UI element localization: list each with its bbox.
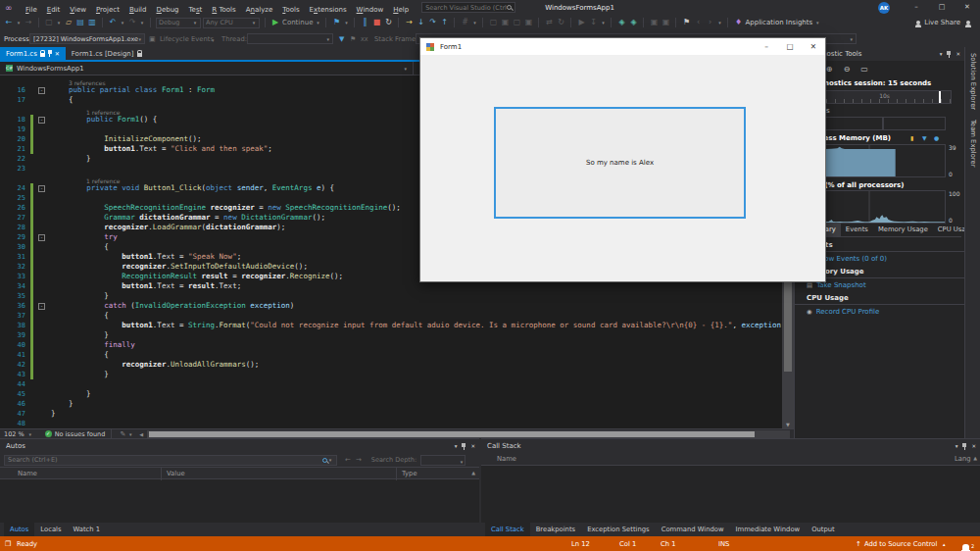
menu-extensions[interactable]: Extensions <box>305 6 352 14</box>
stop-debugging-icon[interactable]: ■ <box>371 16 381 29</box>
callstack-list-body[interactable] <box>481 466 980 523</box>
next-bookmark-icon[interactable]: › <box>705 16 714 29</box>
chevron-down-icon[interactable]: ▾ <box>120 20 125 25</box>
chevron-down-icon[interactable]: ▾ <box>956 443 958 449</box>
scroll-down-icon[interactable]: ▼ <box>782 422 794 427</box>
profiler-icon[interactable]: ◈ <box>628 16 638 29</box>
status-insert-mode[interactable]: INS <box>718 540 729 548</box>
scroll-up-icon[interactable]: ▲ <box>471 470 475 476</box>
run-to-cursor-icon[interactable]: ▶ <box>576 16 586 29</box>
tab-form1-cs[interactable]: Form1.cs✕ <box>0 47 66 60</box>
panel-tab-output[interactable]: Output <box>806 523 841 536</box>
breakpoints-window-icon[interactable]: ▢ <box>488 16 498 29</box>
panel-tab-command-window[interactable]: Command Window <box>656 523 730 536</box>
chevron-down-icon[interactable]: ▾ <box>455 443 458 449</box>
reset-view-icon[interactable]: ▭ <box>859 63 869 76</box>
scroll-up-icon[interactable]: ▲ <box>973 455 977 461</box>
menu-help[interactable]: Help <box>388 6 414 14</box>
new-window-icon[interactable]: ▢ <box>44 16 54 29</box>
feedback-icon[interactable] <box>966 21 970 25</box>
fold-collapse-icon[interactable]: - <box>38 87 45 94</box>
bookmark-icon[interactable]: ⚑ <box>681 16 691 29</box>
minimize-button[interactable]: – <box>904 0 929 15</box>
search-input[interactable] <box>425 4 507 12</box>
zoom-select[interactable]: 102 % ▾ <box>0 430 37 438</box>
output-window-icon[interactable]: ▢ <box>512 16 521 29</box>
form1-titlebar[interactable]: Form1 – □ ✕ <box>420 38 825 55</box>
lifecycle-events-button[interactable]: Lifecycle Events <box>160 35 214 43</box>
maximize-button[interactable]: □ <box>929 0 955 15</box>
continue-label[interactable]: Continue <box>282 19 313 26</box>
process-window-icon[interactable]: ▣ <box>149 35 156 43</box>
chevron-down-icon[interactable]: ▾ <box>16 20 22 25</box>
hex-display-icon[interactable]: # <box>460 16 469 29</box>
chevron-down-icon[interactable]: ▾ <box>471 20 477 25</box>
panel-tab-breakpoints[interactable]: Breakpoints <box>530 523 581 536</box>
watch-search-box[interactable]: ▾ <box>4 455 337 466</box>
memory-window-icon[interactable]: ▣ <box>649 16 659 29</box>
chevron-down-icon[interactable]: ▾ <box>315 20 320 25</box>
open-folder-icon[interactable]: ▱ <box>64 16 74 29</box>
menu-debug[interactable]: Debug <box>152 6 184 14</box>
chevron-down-icon[interactable]: ▾ <box>56 20 62 25</box>
panel-tab-call-stack[interactable]: Call Stack <box>485 523 530 536</box>
timeline-cursor[interactable] <box>939 91 941 103</box>
nav-back-icon[interactable]: ← <box>4 16 14 29</box>
legend-dot-icon[interactable]: ● <box>934 134 939 141</box>
add-to-source-control-button[interactable]: Add to Source Control <box>864 540 937 548</box>
panel-tab-immediate-window[interactable]: Immediate Window <box>730 523 807 536</box>
thread-select[interactable]: ▾ <box>247 33 333 44</box>
fold-collapse-icon[interactable]: - <box>38 234 45 241</box>
step-over-icon[interactable]: ↷ <box>427 16 437 29</box>
process-select[interactable]: [27232] WindowsFormsApp1.exe ▾ <box>29 33 145 44</box>
pin-icon[interactable] <box>962 443 966 450</box>
panel-tab-watch-1[interactable]: Watch 1 <box>68 523 107 536</box>
user-avatar[interactable]: AK <box>878 2 890 14</box>
search-prev-icon[interactable]: ← <box>345 456 351 464</box>
save-all-icon[interactable]: ▥ <box>87 16 97 29</box>
close-button[interactable]: ✕ <box>802 38 825 55</box>
disassembly-window-icon[interactable]: ▣ <box>661 16 670 29</box>
chevron-down-icon[interactable]: ▾ <box>940 51 943 57</box>
chevron-down-icon[interactable]: ▾ <box>343 20 349 25</box>
autos-list-body[interactable] <box>0 479 479 523</box>
continue-icon[interactable]: ▶ <box>270 16 280 29</box>
pin-icon[interactable] <box>462 443 466 450</box>
attach-process-icon[interactable]: ◈ <box>616 16 626 29</box>
step-target-icon[interactable]: ↧ <box>588 16 598 29</box>
side-tab-solution-explorer[interactable]: Solution Explorer <box>969 53 977 110</box>
chevron-up-icon[interactable]: ▴ <box>943 541 946 547</box>
fold-collapse-icon[interactable]: - <box>38 303 45 310</box>
pin-icon[interactable] <box>48 50 52 57</box>
fold-collapse-icon[interactable]: - <box>38 185 45 192</box>
prev-bookmark-icon[interactable]: ‹ <box>693 16 703 29</box>
suspend-threads-icon[interactable]: XX <box>361 36 368 42</box>
column-name[interactable]: Name <box>18 470 37 477</box>
menu-r-tools[interactable]: R Tools <box>207 6 240 14</box>
search-depth-select[interactable]: ▾ <box>420 455 466 466</box>
menu-test[interactable]: Test <box>184 6 208 14</box>
restore-windows-icon[interactable]: ❐ <box>5 540 11 548</box>
diag-tab-memory-usage[interactable]: Memory Usage <box>873 224 933 236</box>
gc-marker-icon[interactable]: ▼ <box>922 134 927 141</box>
nav-forward-icon[interactable]: → <box>24 16 33 29</box>
menu-project[interactable]: Project <box>91 6 124 14</box>
undo-icon[interactable]: ↶ <box>108 16 118 29</box>
chevron-down-icon[interactable]: ▾ <box>139 20 145 25</box>
chevron-down-icon[interactable]: ▾ <box>600 20 606 25</box>
close-icon[interactable]: ✕ <box>956 51 960 57</box>
panel-tab-locals[interactable]: Locals <box>34 523 67 536</box>
save-icon[interactable]: ▤ <box>75 16 85 29</box>
exception-settings-icon[interactable]: ▣ <box>500 16 510 29</box>
search-next-icon[interactable]: → <box>356 456 362 464</box>
column-type[interactable]: Type <box>402 470 417 477</box>
callstack-titlebar[interactable]: Call Stack ▾ ✕ <box>481 439 980 453</box>
pin-icon[interactable] <box>947 51 951 58</box>
navigate-history-icon[interactable]: ⇄ <box>544 16 554 29</box>
application-insights-label[interactable]: Application Insights <box>745 19 812 26</box>
speech-button[interactable]: So my name is Alex <box>494 107 746 219</box>
tab-form1-cs-design[interactable]: Form1.cs [Design] <box>66 47 148 60</box>
menu-analyze[interactable]: Analyze <box>241 6 278 14</box>
live-share-button[interactable]: Live Share <box>916 19 960 26</box>
issues-status[interactable]: No issues found <box>55 430 106 438</box>
